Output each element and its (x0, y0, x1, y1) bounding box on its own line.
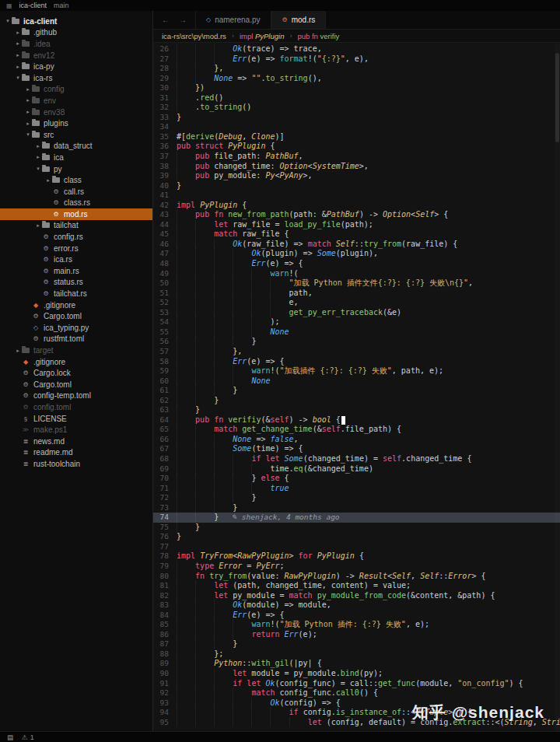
tree-item-env12[interactable]: ▸env12 (0, 50, 152, 61)
code-line-63[interactable]: 63 } (153, 405, 560, 415)
tree-item-ica-rs[interactable]: ▾ica-rs (0, 72, 152, 84)
title-bar: ▦ ica-client main (0, 0, 560, 11)
editor-scrollbar[interactable] (555, 44, 560, 731)
code-line-35[interactable]: 35#[derive(Debug, Clone)] (153, 132, 560, 142)
code-line-76[interactable]: 76} (153, 532, 560, 542)
tree-item-py[interactable]: ▾py (0, 163, 152, 175)
branch-name[interactable]: main (54, 2, 69, 9)
tree-item-rustfmt.toml[interactable]: ⚙rustfmt.toml (0, 334, 152, 345)
statusbar-diagnostics-warning[interactable]: ⚠1 (22, 733, 34, 741)
code-line-36[interactable]: 36pub struct PyPlugin { (153, 142, 560, 152)
code-line-42[interactable]: 42impl PyPlugin { (153, 201, 560, 211)
code-line-78[interactable]: 78impl TryFrom<RawPyPlugin> for PyPlugin… (153, 551, 560, 562)
tree-item-news.md[interactable]: ≣news.md (0, 436, 152, 447)
tree-item-config.rs[interactable]: ⚙config.rs (0, 231, 152, 243)
code-line-80[interactable]: 80 fn try_from(value: RawPyPlugin) -> Re… (153, 572, 560, 582)
tree-item-env[interactable]: ▸env (0, 95, 152, 107)
line-number: 38 (153, 162, 177, 172)
tree-item-.gitignore[interactable]: ◆.gitignore (0, 299, 152, 311)
nav-forward-icon[interactable]: → (179, 16, 187, 24)
tree-item-Cargo.toml[interactable]: ⚙Cargo.toml (0, 379, 152, 390)
code-line-64[interactable]: 64 pub fn verifiy(&self) -> bool { (153, 415, 560, 425)
code-line-88[interactable]: 88 }; (153, 649, 560, 660)
tree-item-main.rs[interactable]: ⚙main.rs (0, 265, 152, 277)
tree-item-tailchat.rs[interactable]: ⚙tailchat.rs (0, 288, 152, 299)
breadcrumb-segment[interactable]: impl PyPlugin (240, 32, 285, 40)
main-area: ▾ica-client▸.github▸.idea▸env12▸ica-py▾i… (0, 11, 560, 731)
project-name[interactable]: ica-client (19, 2, 47, 9)
code-line-44[interactable]: 44 let raw_file = load_py_file(path); (153, 220, 560, 230)
tree-item-.gitignore[interactable]: ◆.gitignore (0, 356, 152, 368)
tree-item-config[interactable]: ▸config (0, 84, 152, 96)
tree-item-label: .github (33, 28, 57, 37)
tree-item-env38[interactable]: ▸env38 (0, 107, 152, 118)
statusbar-panel-toggle[interactable]: ▤ (7, 733, 13, 741)
tree-item-Cargo.lock[interactable]: ⚙Cargo.lock (0, 367, 152, 379)
tree-item-mod.rs[interactable]: ⚙mod.rs (0, 208, 152, 220)
tab-mod.rs[interactable]: ⚙mod.rs (271, 11, 327, 29)
tree-item-class[interactable]: ▸class (0, 174, 152, 186)
code-line-81[interactable]: 81 let (path, changed_time, content) = v… (153, 581, 560, 591)
tree-item-class.rs[interactable]: ⚙class.rs (0, 198, 152, 209)
breadcrumb-segment[interactable]: pub fn verifiy (297, 32, 339, 40)
tree-item-readme.md[interactable]: ≣readme.md (0, 447, 152, 459)
tree-item-ica-py[interactable]: ▸ica-py (0, 61, 152, 72)
code-line-33[interactable]: 33} (153, 113, 560, 123)
tree-item-rust-toolchain[interactable]: ≣rust-toolchain (0, 458, 152, 470)
code-line-38[interactable]: 38 pub changed_time: Option<SystemTime>, (153, 162, 560, 172)
tree-item-ica[interactable]: ▸ica (0, 152, 152, 163)
tree-item-make.ps1[interactable]: ≫make.ps1 (0, 424, 152, 436)
code-line-62[interactable]: 62 } (153, 396, 560, 406)
tree-item-ica.rs[interactable]: ⚙ica.rs (0, 254, 152, 265)
code-line-74[interactable]: 74 }✎shenjack, 4 months ago (153, 513, 560, 523)
code-line-text: type Error = PyErr; (177, 562, 285, 572)
code-line-29[interactable]: 29 None => "".to_string(), (153, 74, 560, 84)
breadcrumb-segment[interactable]: ica-rs\src\py\mod.rs (162, 32, 226, 40)
tree-item-data_struct[interactable]: ▸data_struct (0, 141, 152, 152)
code-line-text: } (177, 181, 181, 191)
scrollbar-thumb[interactable] (555, 53, 559, 142)
code-line-27[interactable]: 27 Err(e) => format!("{:?}", e), (153, 54, 560, 65)
code-line-73[interactable]: 73 } (153, 503, 560, 513)
tree-item-LICENSE[interactable]: §LICENSE (0, 413, 152, 425)
code-line-32[interactable]: 32 .to_string() (153, 103, 560, 113)
code-line-75[interactable]: 75 } (153, 523, 560, 533)
chevron-right-icon: ▸ (14, 40, 22, 47)
tree-item-status.rs[interactable]: ⚙status.rs (0, 277, 152, 289)
tree-item-ica_typing.py[interactable]: ◇ica_typing.py (0, 322, 152, 334)
tab-namerena.py[interactable]: ◇namerena.py (195, 11, 271, 29)
tree-item-config-temp.toml[interactable]: ⚙config-temp.toml (0, 390, 152, 402)
code-line-77[interactable]: 77 (153, 542, 560, 552)
tree-item-.github[interactable]: ▸.github (0, 27, 152, 39)
code-line-37[interactable]: 37 pub file_path: PathBuf, (153, 152, 560, 162)
tree-item-config.toml[interactable]: ⚙config.toml (0, 401, 152, 413)
tree-item-.idea[interactable]: ▸.idea (0, 38, 152, 50)
code-editor[interactable]: 26 Ok(trace) => trace,27 Err(e) => forma… (153, 43, 560, 731)
tree-item-target[interactable]: ▸target (0, 345, 152, 356)
tree-item-src[interactable]: ▾src (0, 129, 152, 141)
code-line-79[interactable]: 79 type Error = PyErr; (153, 562, 560, 572)
code-line-28[interactable]: 28 }, (153, 64, 560, 74)
breadcrumb-token: impl (240, 32, 255, 40)
code-line-41[interactable]: 41 (153, 191, 560, 201)
tree-item-tailchat[interactable]: ▸tailchat (0, 220, 152, 232)
folder-icon (32, 86, 40, 92)
code-line-30[interactable]: 30 }) (153, 83, 560, 93)
code-line-34[interactable]: 34 (153, 122, 560, 132)
tree-item-plugins[interactable]: ▸plugins (0, 117, 152, 129)
tree-item-call.rs[interactable]: ⚙call.rs (0, 186, 152, 198)
code-line-87[interactable]: 87 } (153, 639, 560, 649)
code-line-39[interactable]: 39 pub py_module: Py<PyAny>, (153, 171, 560, 181)
tree-item-ica-client[interactable]: ▾ica-client (0, 16, 152, 27)
code-line-61[interactable]: 61 } (153, 386, 560, 396)
line-number: 43 (153, 210, 177, 220)
tree-item-Cargo.toml[interactable]: ⚙Cargo.toml (0, 310, 152, 322)
folder-icon (22, 53, 30, 58)
code-line-43[interactable]: 43 pub fn new_from_path(path: &PathBuf) … (153, 210, 560, 220)
tree-item-label: status.rs (54, 278, 83, 286)
code-line-text: pub fn new_from_path(path: &PathBuf) -> … (177, 210, 448, 220)
tree-item-error.rs[interactable]: ⚙error.rs (0, 243, 152, 254)
nav-back-icon[interactable]: ← (162, 16, 170, 24)
code-line-40[interactable]: 40} (153, 181, 560, 191)
code-line-31[interactable]: 31 .red() (153, 93, 560, 103)
